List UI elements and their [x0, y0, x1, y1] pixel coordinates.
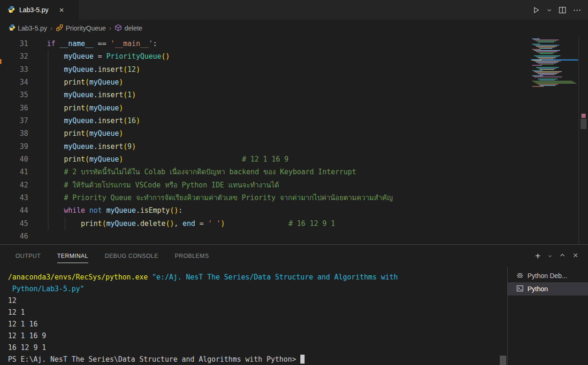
code-text: # 2 บรรทัดนี้รันไม่ได้ใน Colab เนื่องจาก… — [47, 166, 356, 179]
panel-tab-terminal[interactable]: TERMINAL — [57, 245, 88, 267]
code-line-40[interactable]: 40 print(myQueue) # 12 1 16 9 — [0, 153, 588, 166]
code-line-33[interactable]: 33 myQueue.insert(12) — [0, 63, 588, 76]
code-editor[interactable]: 31if __name__ == '__main__':32 myQueue =… — [0, 37, 588, 244]
terminal[interactable]: /anaconda3/envs/RecSys/python.exe "e:/Aj… — [0, 267, 507, 365]
line-number: 46 — [0, 230, 33, 243]
more-actions-button[interactable]: ⋯ — [573, 5, 581, 15]
code-line-31[interactable]: 31if __name__ == '__main__': — [0, 38, 588, 50]
line-number: 43 — [0, 192, 33, 204]
panel-tab-problems[interactable]: PROBLEMS — [175, 245, 209, 267]
panel-body: /anaconda3/envs/RecSys/python.exe "e:/Aj… — [0, 267, 588, 365]
code-line-32[interactable]: 32 myQueue = PriorityQueue() — [0, 50, 588, 63]
terminal-line: 12 1 16 9 — [8, 330, 507, 342]
tab-close-icon[interactable]: × — [59, 6, 64, 14]
line-number: 42 — [0, 179, 33, 192]
indent-guide — [48, 166, 48, 179]
indent-guide — [48, 204, 48, 217]
code-line-42[interactable]: 42 # ให้รันด้วยโปรแกรม VSCode หรือ Pytho… — [0, 179, 588, 192]
code-text: while not myQueue.isEmpty(): — [47, 204, 183, 217]
terminal-line: 16 12 9 1 — [8, 342, 507, 354]
maximize-panel-button[interactable] — [559, 252, 565, 260]
gutter-decoration — [0, 59, 1, 64]
code-text: print(myQueue) — [47, 76, 123, 89]
code-text: myQueue.insert(9) — [47, 140, 136, 153]
overview-ruler[interactable] — [579, 37, 588, 244]
code-line-34[interactable]: 34 print(myQueue) — [0, 76, 588, 89]
method-icon — [115, 24, 122, 33]
indent-guide — [48, 102, 48, 115]
indent-guide — [48, 192, 48, 204]
terminal-dropdown-icon[interactable] — [548, 252, 552, 260]
line-number: 31 — [0, 38, 33, 50]
breadcrumb-file[interactable]: Lab3-5.py — [8, 24, 47, 32]
code-line-44[interactable]: 44 while not myQueue.isEmpty(): — [0, 204, 588, 217]
python-icon — [8, 24, 15, 32]
line-number: 35 — [0, 89, 33, 101]
class-icon — [56, 24, 63, 33]
terminal-item-python[interactable]: Python — [508, 282, 588, 295]
indent-guide — [65, 217, 65, 230]
debug-icon — [516, 272, 524, 280]
code-line-37[interactable]: 37 myQueue.insert(16) — [0, 115, 588, 127]
indent-guide — [48, 179, 48, 192]
code-text: myQueue = PriorityQueue() — [47, 50, 170, 63]
line-number: 33 — [0, 63, 33, 76]
panel-header: OUTPUTTERMINALDEBUG CONSOLEPROBLEMS + — [0, 245, 588, 267]
indent-guide — [48, 50, 48, 63]
indent-guide — [48, 217, 48, 230]
line-number: 37 — [0, 115, 33, 127]
terminal-line: Python/Lab3-5.py" — [8, 283, 507, 295]
line-number: 41 — [0, 166, 33, 179]
terminal-line: 12 1 16 — [8, 318, 507, 330]
terminal-item-python-debug[interactable]: Python Deb... — [508, 269, 588, 282]
code-text: myQueue.insert(1) — [47, 89, 136, 101]
new-terminal-button[interactable]: + — [535, 251, 541, 261]
breadcrumb-class[interactable]: PriorityQueue — [56, 24, 106, 33]
line-number: 34 — [0, 76, 33, 89]
indent-guide — [48, 153, 48, 166]
split-editor-button[interactable] — [558, 6, 566, 14]
indent-guide — [48, 140, 48, 153]
panel-tab-debug-console[interactable]: DEBUG CONSOLE — [105, 245, 158, 267]
run-dropdown-icon[interactable] — [547, 8, 552, 13]
chevron-right-icon: › — [109, 24, 112, 32]
indent-guide — [48, 63, 48, 76]
breadcrumb: Lab3-5.py › PriorityQueue › delete — [0, 20, 588, 37]
terminal-sidebar: Python Deb... Python — [508, 269, 588, 295]
indent-guide — [48, 127, 48, 140]
terminal-line: PS E:\Aj. NesT The Series\Data Structure… — [8, 354, 507, 365]
line-number: 32 — [0, 50, 33, 63]
run-button[interactable] — [532, 6, 540, 14]
line-number: 36 — [0, 102, 33, 115]
code-line-43[interactable]: 43 # Priority Queue จะทำการจัดเรียงคิวตา… — [0, 192, 588, 204]
code-line-39[interactable]: 39 myQueue.insert(9) — [0, 140, 588, 153]
code-text: print(myQueue) — [47, 127, 123, 140]
code-line-46[interactable]: 46 — [0, 230, 588, 243]
editor-scrollbar-thumb[interactable] — [580, 119, 587, 129]
indent-guide — [48, 115, 48, 127]
code-line-45[interactable]: 45 print(myQueue.delete(), end = ' ') # … — [0, 217, 588, 230]
tab-bar: Lab3-5.py × ⋯ — [0, 0, 588, 20]
code-text: print(myQueue.delete(), end = ' ') # 16 … — [47, 217, 335, 230]
line-number: 44 — [0, 204, 33, 217]
chevron-right-icon: › — [50, 24, 53, 32]
code-line-35[interactable]: 35 myQueue.insert(1) — [0, 89, 588, 101]
code-line-41[interactable]: 41 # 2 บรรทัดนี้รันไม่ได้ใน Colab เนื่อง… — [0, 166, 588, 179]
code-text: myQueue.insert(16) — [47, 115, 140, 127]
close-panel-button[interactable] — [573, 252, 579, 260]
tab-lab3-5[interactable]: Lab3-5.py × — [0, 0, 79, 20]
tab-label: Lab3-5.py — [19, 6, 48, 14]
minimap[interactable] — [531, 38, 578, 90]
indent-guide — [48, 89, 48, 101]
code-text: print(myQueue) — [47, 102, 123, 115]
python-icon — [8, 6, 15, 15]
panel-tab-output[interactable]: OUTPUT — [15, 245, 41, 267]
terminal-scrollbar[interactable] — [500, 356, 506, 365]
line-number: 39 — [0, 140, 33, 153]
code-line-38[interactable]: 38 print(myQueue) — [0, 127, 588, 140]
code-text: # Priority Queue จะทำการจัดเรียงคิวตามค่… — [47, 192, 393, 204]
breadcrumb-method[interactable]: delete — [115, 24, 142, 33]
line-number: 38 — [0, 127, 33, 140]
code-line-36[interactable]: 36 print(myQueue) — [0, 102, 588, 115]
terminal-cursor — [300, 355, 305, 364]
